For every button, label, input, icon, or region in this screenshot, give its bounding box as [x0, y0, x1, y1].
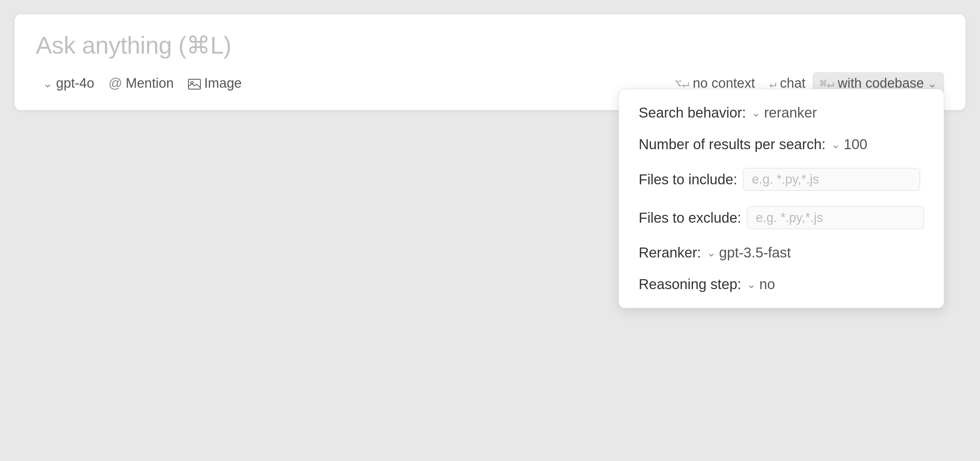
reasoning-step-chevron-icon: ⌄	[747, 278, 756, 290]
search-behavior-selector[interactable]: ⌄ reranker	[751, 105, 817, 121]
mention-button[interactable]: @ Mention	[102, 72, 181, 94]
results-per-search-row: Number of results per search: ⌄ 100	[639, 136, 924, 152]
files-exclude-row: Files to exclude:	[639, 206, 924, 229]
reasoning-step-label: Reasoning step:	[639, 276, 741, 292]
codebase-shortcut-icon: ⌘↵	[819, 77, 834, 91]
reranker-chevron-icon: ⌄	[707, 246, 716, 259]
files-exclude-label: Files to exclude:	[639, 210, 741, 226]
ask-input-placeholder[interactable]: Ask anything (⌘L)	[36, 31, 944, 59]
files-include-label: Files to include:	[639, 172, 737, 188]
main-container: Ask anything (⌘L) ⌄ gpt-4o @ Mention	[14, 14, 966, 110]
codebase-chevron-icon: ⌄	[928, 77, 937, 90]
image-button[interactable]: Image	[181, 72, 249, 94]
files-include-input[interactable]	[743, 168, 920, 191]
input-card: Ask anything (⌘L) ⌄ gpt-4o @ Mention	[14, 14, 966, 110]
at-icon: @	[108, 76, 123, 91]
files-include-row: Files to include:	[639, 168, 924, 191]
mention-label: Mention	[126, 76, 173, 91]
reranker-label: Reranker:	[639, 245, 701, 261]
model-selector-button[interactable]: ⌄ gpt-4o	[36, 72, 102, 94]
results-per-search-label: Number of results per search:	[639, 136, 826, 152]
results-per-search-selector[interactable]: ⌄ 100	[831, 136, 867, 152]
reasoning-step-value: no	[759, 276, 775, 292]
model-label: gpt-4o	[56, 76, 94, 91]
reranker-row: Reranker: ⌄ gpt-3.5-fast	[639, 245, 924, 261]
results-per-search-chevron-icon: ⌄	[831, 138, 840, 151]
reasoning-step-selector[interactable]: ⌄ no	[747, 276, 775, 292]
results-per-search-value: 100	[844, 136, 867, 152]
search-behavior-chevron-icon: ⌄	[751, 107, 760, 119]
codebase-dropdown-panel: Search behavior: ⌄ reranker Number of re…	[619, 89, 944, 308]
files-exclude-input[interactable]	[747, 206, 924, 229]
chevron-down-icon: ⌄	[43, 77, 52, 90]
chat-shortcut-icon: ↵	[769, 77, 776, 91]
image-icon	[188, 76, 201, 91]
no-context-shortcut-icon: ⌥↵	[675, 77, 689, 91]
search-behavior-value: reranker	[764, 105, 817, 121]
reranker-selector[interactable]: ⌄ gpt-3.5-fast	[707, 245, 791, 261]
search-behavior-label: Search behavior:	[639, 105, 746, 121]
reasoning-step-row: Reasoning step: ⌄ no	[639, 276, 924, 292]
svg-rect-0	[188, 79, 200, 89]
reranker-value: gpt-3.5-fast	[719, 245, 791, 261]
search-behavior-row: Search behavior: ⌄ reranker	[639, 105, 924, 121]
image-label: Image	[204, 76, 242, 91]
